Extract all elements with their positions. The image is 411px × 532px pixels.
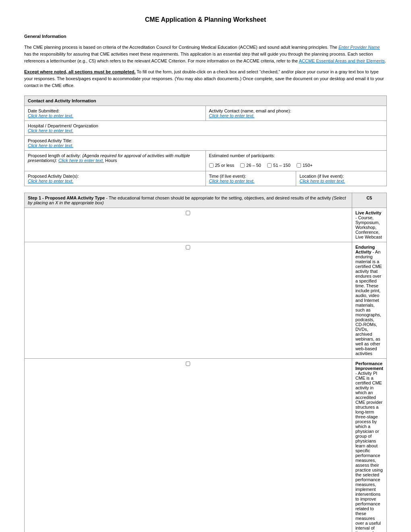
pi-activity-bold: Performance Improvement: [355, 361, 383, 371]
checkbox-26-label: 26 – 50: [246, 163, 261, 168]
step1-label: Step 1 - Proposed AMA Activity Type: [28, 195, 105, 200]
proposed-date-label: Proposed Activity Date(s):: [28, 174, 79, 179]
activity-contact-cell: Activity Contact (name, email and phone)…: [206, 106, 387, 121]
general-info-para1: The CME planning process is based on cri…: [24, 44, 387, 64]
step1-option-enduring: Enduring Activity - An enduring material…: [25, 242, 387, 358]
date-submitted-cell: Date Submitted: Click here to enter text…: [25, 106, 206, 121]
checkbox-150-group: 150+: [297, 163, 313, 168]
activity-contact-label: Activity Contact (name, email and phone)…: [209, 108, 291, 113]
pi-activity-cell: Performance Improvement - Activity PI CM…: [352, 358, 386, 532]
location-cell: Location (if live event): Click here to …: [296, 171, 387, 186]
pi-activity-checkbox[interactable]: [186, 362, 190, 366]
pi-activity-text: - Activity PI CME is a certified CME act…: [355, 371, 383, 532]
length-label: Proposed length of activity:: [28, 153, 81, 158]
contact-activity-table: Contact and Activity Information Date Su…: [24, 96, 387, 186]
time-cell: Time (if live event): Click here to ente…: [206, 171, 296, 186]
proposed-date-input[interactable]: Click here to enter text.: [28, 179, 73, 183]
step1-header-cell: Step 1 - Proposed AMA Activity Type - Th…: [25, 193, 352, 208]
step1-option-pi: Performance Improvement - Activity PI CM…: [25, 358, 387, 532]
enduring-checkbox-cell: [25, 242, 352, 358]
checkbox-26[interactable]: [240, 163, 245, 168]
step1-header-row: Step 1 - Proposed AMA Activity Type - Th…: [25, 193, 387, 208]
checkbox-25-group: 25 or less: [209, 163, 235, 168]
length-participants-row: Proposed length of activity: (Agenda req…: [25, 151, 387, 171]
hospital-row: Hospital / Department/ Organization Clic…: [25, 121, 387, 136]
general-info-section: General Information The CME planning pro…: [24, 33, 387, 89]
step1-code: C5: [352, 193, 386, 208]
pi-checkbox-cell: [25, 358, 352, 532]
length-input[interactable]: Click here to enter text.: [58, 158, 104, 163]
participants-cell: Estimated number of participants: 25 or …: [206, 151, 387, 171]
provider-name-link[interactable]: Enter Provider Name: [338, 45, 380, 50]
activity-contact-input[interactable]: Click here to enter text.: [209, 113, 255, 118]
participants-label: Estimated number of participants:: [209, 153, 275, 158]
location-label: Location (if live event):: [299, 174, 344, 179]
time-label: Time (if live event):: [209, 174, 247, 179]
time-input[interactable]: Click here to enter text.: [209, 179, 255, 183]
checkbox-51[interactable]: [267, 163, 272, 168]
hospital-label: Hospital / Department/ Organization: [28, 123, 98, 128]
checkbox-150[interactable]: [297, 163, 301, 168]
step1-option-live: Live Activity - Course, Symposium, Works…: [25, 208, 387, 242]
enduring-activity-checkbox[interactable]: [186, 245, 190, 249]
date-submitted-input[interactable]: Click here to enter text.: [28, 113, 73, 118]
length-cell: Proposed length of activity: (Agenda req…: [25, 151, 206, 171]
enduring-activity-cell: Enduring Activity - An enduring material…: [352, 242, 386, 358]
contact-table-header: Contact and Activity Information: [25, 96, 387, 106]
general-info-header: General Information: [24, 33, 387, 40]
live-activity-cell: Live Activity - Course, Symposium, Works…: [352, 208, 386, 242]
checkbox-25[interactable]: [209, 163, 214, 168]
proposed-title-input[interactable]: Click here to enter text.: [28, 143, 73, 148]
hospital-cell: Hospital / Department/ Organization Clic…: [25, 121, 387, 136]
live-checkbox-cell: [25, 208, 352, 242]
live-activity-text: - Course, Symposium, Workshop, Conferenc…: [355, 215, 382, 239]
length-suffix: Hours: [105, 158, 117, 163]
enduring-activity-text: - An enduring material is a certified CM…: [355, 249, 382, 356]
date-submitted-label: Date Submitted:: [28, 108, 60, 113]
checkbox-51-group: 51 – 150: [267, 163, 291, 168]
accme-link[interactable]: ACCME Essential Areas and their Elements: [299, 58, 385, 63]
proposed-title-label: Proposed Activity Title:: [28, 138, 73, 143]
date-contact-row: Date Submitted: Click here to enter text…: [25, 106, 387, 121]
location-input[interactable]: Click here to enter text.: [299, 179, 345, 183]
proposed-title-row: Proposed Activity Title: Click here to e…: [25, 136, 387, 151]
checkbox-150-label: 150+: [303, 163, 313, 168]
date-time-location-row: Proposed Activity Date(s): Click here to…: [25, 171, 387, 186]
except-note: Except where noted, all sections must be…: [24, 69, 135, 74]
step1-table: Step 1 - Proposed AMA Activity Type - Th…: [24, 193, 387, 532]
proposed-title-cell: Proposed Activity Title: Click here to e…: [25, 136, 387, 151]
proposed-date-cell: Proposed Activity Date(s): Click here to…: [25, 171, 206, 186]
live-activity-bold: Live Activity: [355, 210, 381, 215]
live-activity-checkbox[interactable]: [186, 211, 190, 215]
step1-desc: - The educational format chosen should b…: [105, 195, 332, 200]
page-title: CME Application & Planning Worksheet: [24, 16, 387, 23]
checkbox-25-label: 25 or less: [215, 163, 235, 168]
checkbox-26-group: 26 – 50: [240, 163, 261, 168]
checkbox-51-label: 51 – 150: [273, 163, 291, 168]
general-info-para2: Except where noted, all sections must be…: [24, 69, 387, 89]
hospital-input[interactable]: Click here to enter text.: [28, 128, 73, 133]
